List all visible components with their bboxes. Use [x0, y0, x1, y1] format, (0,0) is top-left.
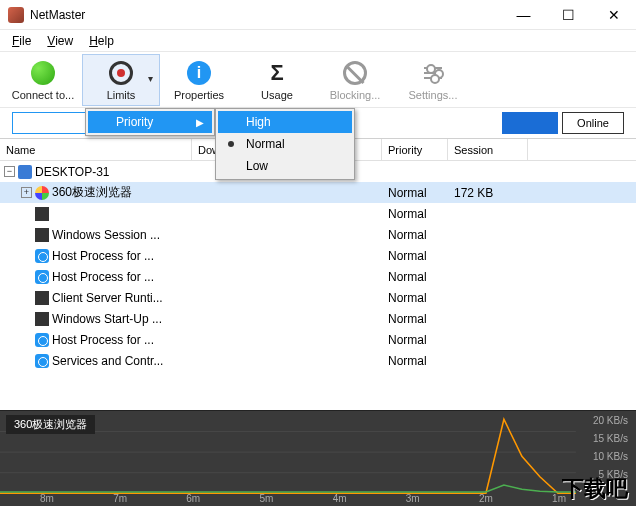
settings-icon: [424, 67, 442, 79]
menu-high[interactable]: High: [218, 111, 352, 133]
menubar: File View Help: [0, 30, 636, 52]
session-value: 172 KB: [448, 186, 528, 200]
process-icon: [35, 249, 49, 263]
minimize-button[interactable]: —: [501, 0, 546, 30]
radio-dot-icon: [228, 141, 234, 147]
connect-icon: [31, 61, 55, 85]
chart-title: 360极速浏览器: [6, 415, 95, 434]
process-icon: [35, 291, 49, 305]
process-name: Host Process for ...: [52, 333, 154, 347]
col-session[interactable]: Session: [448, 139, 528, 160]
chart-x-labels: 8m7m6m5m4m3m2m1m: [40, 493, 566, 504]
process-icon: [35, 333, 49, 347]
table-row[interactable]: Host Process for ...Normal: [0, 329, 636, 350]
process-icon: [35, 207, 49, 221]
process-name: Services and Contr...: [52, 354, 163, 368]
window-title: NetMaster: [30, 8, 501, 22]
process-icon: [35, 270, 49, 284]
menu-file[interactable]: File: [4, 32, 39, 50]
process-name: 360极速浏览器: [52, 184, 132, 201]
filter-active-segment[interactable]: [502, 112, 558, 134]
process-icon: [35, 228, 49, 242]
priority-value: Normal: [382, 270, 448, 284]
priority-value: Normal: [382, 207, 448, 221]
computer-icon: [18, 165, 32, 179]
table-row[interactable]: Host Process for ...Normal: [0, 266, 636, 287]
dropdown-arrow-icon: ▾: [148, 73, 153, 84]
menu-priority[interactable]: Priority ▶: [88, 111, 212, 133]
table-row[interactable]: Services and Contr...Normal: [0, 350, 636, 371]
process-name: Host Process for ...: [52, 249, 154, 263]
process-icon: [35, 186, 49, 200]
process-icon: [35, 312, 49, 326]
limits-button[interactable]: Limits ▾: [82, 54, 160, 106]
col-name[interactable]: Name: [0, 139, 192, 160]
settings-button[interactable]: Settings...: [394, 54, 472, 106]
priority-value: Normal: [382, 354, 448, 368]
blocking-icon: [343, 61, 367, 85]
process-name: Client Server Runti...: [52, 291, 163, 305]
col-priority[interactable]: Priority: [382, 139, 448, 160]
table-body[interactable]: − DESKTOP-31 +360极速浏览器Normal172 KBNormal…: [0, 161, 636, 373]
limits-icon: [109, 61, 133, 85]
table-row[interactable]: Host Process for ...Normal: [0, 245, 636, 266]
info-icon: i: [187, 61, 211, 85]
collapse-icon[interactable]: −: [4, 166, 15, 177]
toolbar: Connect to... Limits ▾ i Properties Σ Us…: [0, 52, 636, 108]
sigma-icon: Σ: [270, 60, 283, 86]
priority-value: Normal: [382, 186, 448, 200]
table-row[interactable]: Normal: [0, 203, 636, 224]
menu-view[interactable]: View: [39, 32, 81, 50]
chart-y-labels: 20 KB/s15 KB/s10 KB/s5 KB/s: [593, 415, 628, 487]
table-row[interactable]: Windows Start-Up ...Normal: [0, 308, 636, 329]
menu-low[interactable]: Low: [218, 155, 352, 177]
priority-value: Normal: [382, 228, 448, 242]
window-controls: — ☐ ✕: [501, 0, 636, 30]
filter-online-segment[interactable]: Online: [562, 112, 624, 134]
table-row[interactable]: +360极速浏览器Normal172 KB: [0, 182, 636, 203]
process-name: Windows Start-Up ...: [52, 312, 162, 326]
process-icon: [35, 354, 49, 368]
priority-value: Normal: [382, 312, 448, 326]
maximize-button[interactable]: ☐: [546, 0, 591, 30]
connect-button[interactable]: Connect to...: [4, 54, 82, 106]
root-label: DESKTOP-31: [35, 165, 109, 179]
close-button[interactable]: ✕: [591, 0, 636, 30]
priority-value: Normal: [382, 249, 448, 263]
menu-normal[interactable]: Normal: [218, 133, 352, 155]
table-row[interactable]: Client Server Runti...Normal: [0, 287, 636, 308]
priority-value: Normal: [382, 291, 448, 305]
context-menu-limits: Priority ▶: [85, 108, 215, 136]
process-name: Windows Session ...: [52, 228, 160, 242]
properties-button[interactable]: i Properties: [160, 54, 238, 106]
context-menu-priority: High Normal Low: [215, 108, 355, 180]
titlebar: NetMaster — ☐ ✕: [0, 0, 636, 30]
blocking-button[interactable]: Blocking...: [316, 54, 394, 106]
table-row[interactable]: Local Security Aut...Normal: [0, 371, 636, 373]
table-row[interactable]: Windows Session ...Normal: [0, 224, 636, 245]
expand-icon[interactable]: +: [21, 187, 32, 198]
app-icon: [8, 7, 24, 23]
menu-help[interactable]: Help: [81, 32, 122, 50]
usage-button[interactable]: Σ Usage: [238, 54, 316, 106]
submenu-arrow-icon: ▶: [196, 117, 204, 128]
process-name: Host Process for ...: [52, 270, 154, 284]
priority-value: Normal: [382, 333, 448, 347]
traffic-chart: 360极速浏览器 20 KB/s15 KB/s10 KB/s5 KB/s 8m7…: [0, 410, 636, 506]
